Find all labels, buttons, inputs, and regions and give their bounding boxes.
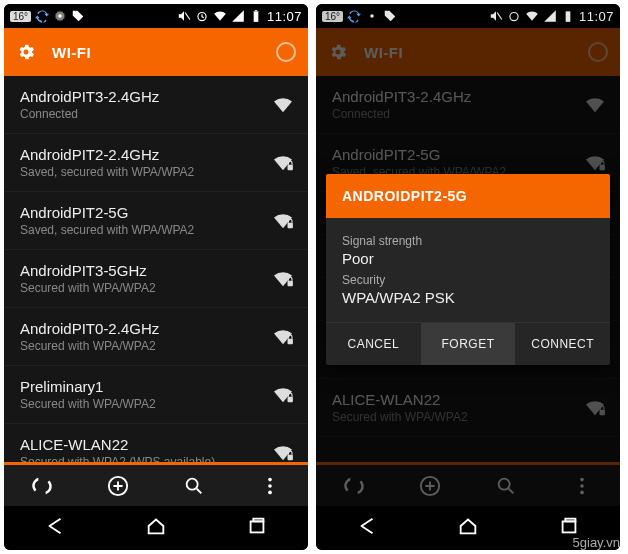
wifi-signal-icon <box>272 386 294 404</box>
wifi-ssid: ALICE-WLAN22 <box>332 391 574 408</box>
wifi-row[interactable]: AndroidPIT3-2.4GHz Connected <box>4 76 308 134</box>
phone-right: 16° 11:07 WI-FI AndroidPIT <box>316 4 620 550</box>
svg-rect-17 <box>254 519 264 522</box>
signal-strength-label: Signal strength <box>342 234 594 248</box>
sync-icon <box>35 9 49 23</box>
alarm-icon <box>507 9 521 23</box>
battery-icon <box>249 9 263 23</box>
phone-left: 16° 11:07 WI-FI Andro <box>4 4 308 550</box>
wifi-signal-icon <box>272 444 294 462</box>
toolbar <box>4 462 308 506</box>
wifi-signal-icon <box>584 96 606 114</box>
svg-point-13 <box>268 477 272 481</box>
wifi-row[interactable]: AndroidPIT0-2.4GHz Secured with WPA/WPA2 <box>4 308 308 366</box>
svg-rect-3 <box>254 11 259 21</box>
search-button[interactable] <box>156 465 232 506</box>
wifi-list: AndroidPIT3-2.4GHz Connected AndroidPIT2… <box>4 76 308 462</box>
tag-icon <box>383 9 397 23</box>
nav-back[interactable] <box>356 515 378 541</box>
svg-point-32 <box>580 490 584 494</box>
search-button[interactable] <box>468 465 544 506</box>
wifi-signal-icon <box>272 328 294 346</box>
svg-rect-4 <box>255 10 257 11</box>
svg-point-18 <box>370 14 374 18</box>
wifi-status: Secured with WPA/WPA2 <box>20 397 262 411</box>
wifi-status: Saved, secured with WPA/WPA2 <box>20 223 262 237</box>
wifi-signal-icon <box>584 399 606 417</box>
overflow-button[interactable] <box>232 465 308 506</box>
overflow-button[interactable] <box>544 465 620 506</box>
wifi-row[interactable]: ALICE-WLAN22 Secured with WPA/WPA2 <box>316 379 620 437</box>
svg-rect-7 <box>288 280 293 285</box>
nav-recent[interactable] <box>246 515 268 541</box>
wps-button[interactable] <box>316 465 392 506</box>
svg-point-20 <box>510 13 518 21</box>
wifi-row[interactable]: AndroidPIT3-5GHz Secured with WPA/WPA2 <box>4 250 308 308</box>
cancel-button[interactable]: CANCEL <box>326 323 421 365</box>
tag-icon <box>71 9 85 23</box>
gear-status-icon <box>365 9 379 23</box>
signal-icon <box>231 9 245 23</box>
mute-icon <box>177 9 191 23</box>
wifi-status: Saved, secured with WPA/WPA2 <box>20 165 262 179</box>
svg-point-29 <box>499 478 510 489</box>
gear-status-icon <box>53 9 67 23</box>
network-dialog: ANDROIDPIT2-5G Signal strength Poor Secu… <box>326 174 610 365</box>
svg-rect-5 <box>288 164 293 169</box>
watermark: 5giay.vn <box>573 535 620 550</box>
wifi-row[interactable]: AndroidPIT3-2.4GHz Connected <box>316 76 620 134</box>
signal-icon <box>543 9 557 23</box>
wifi-signal-icon <box>272 154 294 172</box>
wifi-status: Connected <box>332 107 574 121</box>
svg-point-31 <box>580 484 584 488</box>
wifi-row[interactable]: AndroidPIT2-5G Saved, secured with WPA/W… <box>4 192 308 250</box>
svg-rect-6 <box>288 222 293 227</box>
svg-rect-16 <box>251 521 264 532</box>
wifi-ssid: ALICE-WLAN22 <box>20 436 262 453</box>
wifi-row[interactable]: AndroidPIT2-2.4GHz Saved, secured with W… <box>4 134 308 192</box>
sync-icon <box>347 9 361 23</box>
wifi-row[interactable]: Preliminary1 Secured with WPA/WPA2 <box>4 366 308 424</box>
add-network-button[interactable] <box>80 465 156 506</box>
gear-icon[interactable] <box>328 42 348 62</box>
nav-home[interactable] <box>457 515 479 541</box>
mute-icon <box>489 9 503 23</box>
toolbar <box>316 462 620 506</box>
clock: 11:07 <box>267 9 302 24</box>
signal-strength-value: Poor <box>342 250 594 267</box>
svg-line-19 <box>497 13 502 20</box>
wifi-row[interactable]: ALICE-WLAN22 Secured with WPA2 (WPS avai… <box>4 424 308 462</box>
wifi-status: Secured with WPA2 (WPS available) <box>20 455 262 462</box>
forget-button[interactable]: FORGET <box>421 323 516 365</box>
temp-badge: 16° <box>10 11 31 22</box>
wifi-ssid: Preliminary1 <box>20 378 262 395</box>
wifi-ssid: AndroidPIT0-2.4GHz <box>20 320 262 337</box>
svg-rect-21 <box>566 11 571 21</box>
connect-button[interactable]: CONNECT <box>515 323 610 365</box>
wifi-status: Secured with WPA/WPA2 <box>332 410 574 424</box>
svg-rect-10 <box>288 454 293 459</box>
clock: 11:07 <box>579 9 614 24</box>
svg-point-30 <box>580 477 584 481</box>
temp-badge: 16° <box>322 11 343 22</box>
wifi-toggle[interactable] <box>276 42 296 62</box>
statusbar: 16° 11:07 <box>316 4 620 28</box>
wifi-ssid: AndroidPIT2-5G <box>20 204 262 221</box>
wifi-toggle[interactable] <box>588 42 608 62</box>
security-label: Security <box>342 273 594 287</box>
svg-rect-34 <box>566 519 576 522</box>
svg-point-14 <box>268 484 272 488</box>
wifi-status: Connected <box>20 107 262 121</box>
nav-home[interactable] <box>145 515 167 541</box>
wifi-signal-icon <box>272 270 294 288</box>
wifi-ssid: AndroidPIT3-2.4GHz <box>20 88 262 105</box>
statusbar: 16° 11:07 <box>4 4 308 28</box>
wifi-ssid: AndroidPIT2-2.4GHz <box>20 146 262 163</box>
wps-button[interactable] <box>4 465 80 506</box>
wifi-ssid: AndroidPIT2-5G <box>332 146 574 163</box>
nav-back[interactable] <box>44 515 66 541</box>
wifi-signal-icon <box>584 154 606 172</box>
add-network-button[interactable] <box>392 465 468 506</box>
wifi-status: Secured with WPA/WPA2 <box>20 339 262 353</box>
gear-icon[interactable] <box>16 42 36 62</box>
